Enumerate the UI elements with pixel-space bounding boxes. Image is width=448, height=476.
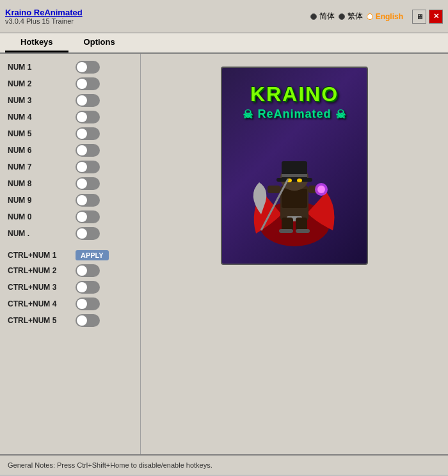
lang-traditional-label: 繁体 bbox=[348, 11, 363, 22]
radio-traditional-icon bbox=[339, 13, 345, 20]
toggle-ctrl-num2[interactable] bbox=[76, 264, 100, 277]
hotkey-label-ctrl-num5: CTRL+NUM 5 bbox=[8, 316, 65, 325]
hotkeys-panel: NUM 1 NUM 2 NUM 3 NUM 4 NUM 5 NUM 6 NUM … bbox=[0, 54, 141, 454]
svg-rect-11 bbox=[282, 174, 307, 177]
hotkey-row: NUM 0 bbox=[0, 209, 140, 225]
tab-options[interactable]: Options bbox=[68, 33, 131, 52]
hotkey-label-num9: NUM 9 bbox=[8, 196, 65, 205]
svg-point-7 bbox=[317, 186, 325, 193]
toggle-num6[interactable] bbox=[76, 144, 100, 157]
game-cover-image: KRAINO ☠ ReAnimated ☠ bbox=[221, 67, 368, 265]
lang-english[interactable]: English bbox=[367, 12, 403, 21]
toggle-ctrl-num4[interactable] bbox=[76, 298, 100, 310]
hotkey-label-num4: NUM 4 bbox=[8, 113, 65, 122]
toggle-num1[interactable] bbox=[76, 61, 100, 74]
toggle-num4[interactable] bbox=[76, 111, 100, 123]
hotkey-row: NUM . bbox=[0, 225, 140, 242]
lang-traditional-chinese[interactable]: 繁体 bbox=[339, 11, 363, 22]
toggle-ctrl-num3[interactable] bbox=[76, 281, 100, 294]
hotkey-label-ctrl-num4: CTRL+NUM 4 bbox=[8, 299, 65, 308]
hotkey-row: CTRL+NUM 3 bbox=[0, 279, 140, 296]
hotkey-row: NUM 2 bbox=[0, 75, 140, 92]
svg-rect-17 bbox=[279, 229, 293, 233]
hotkey-label-num1: NUM 1 bbox=[8, 63, 65, 72]
menu-bar: Hotkeys Options bbox=[0, 33, 448, 54]
toggle-num5[interactable] bbox=[76, 127, 100, 140]
hotkey-label-num8: NUM 8 bbox=[8, 179, 65, 188]
hotkey-separator bbox=[0, 242, 140, 248]
monitor-button[interactable]: 🖥 bbox=[412, 10, 426, 24]
hotkey-row: NUM 6 bbox=[0, 142, 140, 159]
svg-rect-4 bbox=[268, 186, 280, 193]
hotkey-row: NUM 8 bbox=[0, 175, 140, 192]
lang-simplified-label: 简体 bbox=[319, 11, 335, 22]
hotkey-label-num0: NUM 0 bbox=[8, 212, 65, 221]
hotkey-label-num3: NUM 3 bbox=[8, 96, 65, 105]
toggle-num9[interactable] bbox=[76, 194, 100, 207]
lang-simplified-chinese[interactable]: 简体 bbox=[310, 11, 335, 22]
app-title[interactable]: Kraino ReAnimated bbox=[5, 8, 83, 17]
window-buttons: 🖥 ✕ bbox=[412, 10, 443, 24]
toggle-ctrl-num5[interactable] bbox=[76, 314, 100, 327]
game-logo-kraino: KRAINO bbox=[250, 83, 339, 106]
skull-left-icon: ☠ bbox=[243, 107, 253, 122]
hotkey-label-num2: NUM 2 bbox=[8, 79, 65, 88]
hotkey-label-numdot: NUM . bbox=[8, 229, 65, 238]
hotkey-row: CTRL+NUM 5 bbox=[0, 312, 140, 329]
hotkey-row: NUM 4 bbox=[0, 109, 140, 125]
toggle-num7[interactable] bbox=[76, 161, 100, 173]
toggle-num2[interactable] bbox=[76, 77, 100, 90]
svg-rect-2 bbox=[282, 189, 307, 208]
footer-text: General Notes: Press Ctrl+Shift+Home to … bbox=[8, 461, 212, 469]
svg-rect-18 bbox=[296, 229, 310, 233]
skull-right-icon: ☠ bbox=[335, 107, 346, 122]
lang-english-label: English bbox=[376, 12, 403, 21]
tab-hotkeys[interactable]: Hotkeys bbox=[5, 33, 68, 52]
hotkey-row: CTRL+NUM 4 bbox=[0, 296, 140, 312]
hotkey-label-num6: NUM 6 bbox=[8, 146, 65, 155]
hotkey-label-ctrl-num1: CTRL+NUM 1 bbox=[8, 251, 65, 260]
toggle-num3[interactable] bbox=[76, 94, 100, 107]
hotkey-label-num7: NUM 7 bbox=[8, 163, 65, 171]
svg-rect-10 bbox=[276, 178, 312, 182]
language-controls: 简体 繁体 English 🖥 ✕ bbox=[310, 10, 443, 24]
hotkey-row: NUM 9 bbox=[0, 192, 140, 209]
hotkey-label-ctrl-num2: CTRL+NUM 2 bbox=[8, 266, 65, 275]
main-content: NUM 1 NUM 2 NUM 3 NUM 4 NUM 5 NUM 6 NUM … bbox=[0, 54, 448, 454]
hotkey-row: CTRL+NUM 2 bbox=[0, 262, 140, 279]
toggle-num8[interactable] bbox=[76, 177, 100, 190]
title-bar: Kraino ReAnimated v3.0.4 Plus 15 Trainer… bbox=[0, 0, 448, 33]
svg-point-13 bbox=[297, 178, 302, 182]
hotkey-row: NUM 5 bbox=[0, 125, 140, 142]
radio-english-icon bbox=[367, 13, 373, 20]
app-version: v3.0.4 Plus 15 Trainer bbox=[5, 17, 83, 25]
toggle-numdot[interactable] bbox=[76, 227, 100, 240]
close-button[interactable]: ✕ bbox=[429, 10, 443, 24]
toggle-num0[interactable] bbox=[76, 210, 100, 223]
hotkey-row: CTRL+NUM 1 APPLY bbox=[0, 248, 140, 262]
game-logo-reanimated: ☠ ReAnimated ☠ bbox=[243, 107, 346, 122]
hotkey-row: NUM 1 bbox=[0, 59, 140, 75]
footer: General Notes: Press Ctrl+Shift+Home to … bbox=[0, 454, 448, 475]
radio-simplified-icon bbox=[310, 13, 317, 20]
character-svg bbox=[243, 122, 346, 250]
reanimated-text: ReAnimated bbox=[257, 107, 331, 121]
hotkey-label-num5: NUM 5 bbox=[8, 129, 65, 138]
title-info: Kraino ReAnimated v3.0.4 Plus 15 Trainer bbox=[5, 8, 83, 25]
apply-badge-ctrl-num1[interactable]: APPLY bbox=[76, 250, 109, 260]
hotkey-label-ctrl-num3: CTRL+NUM 3 bbox=[8, 283, 65, 292]
hotkey-row: NUM 7 bbox=[0, 159, 140, 175]
options-panel: KRAINO ☠ ReAnimated ☠ bbox=[141, 54, 448, 454]
hotkey-row: NUM 3 bbox=[0, 92, 140, 109]
